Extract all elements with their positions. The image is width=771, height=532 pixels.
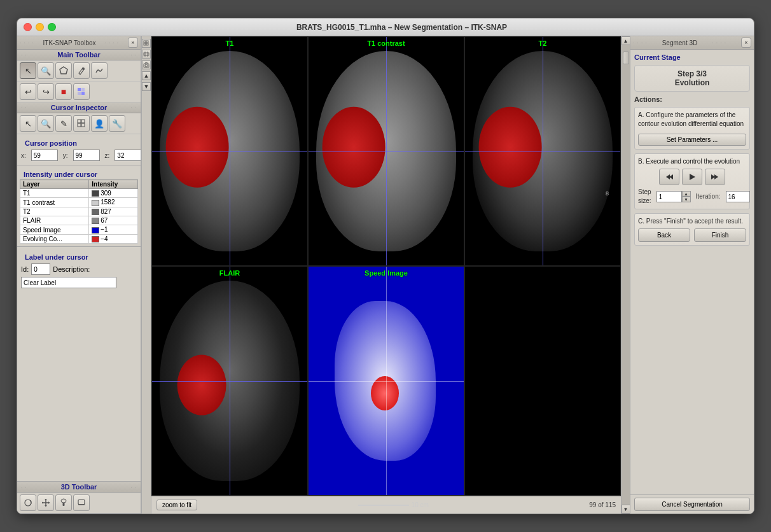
maximize-button[interactable] [48,23,56,31]
snake-tool-button[interactable] [91,62,108,79]
z-label: z: [105,152,110,159]
layer-color-swatch [92,218,99,224]
main-toolbar-tools: ↖ 🔍 [17,60,141,81]
side-scroll-up-button[interactable]: ▲ [142,71,151,80]
cursor-person-button[interactable]: 👤 [91,115,108,132]
right-panel: · · · · Segment 3D · · · · × Current Sta… [630,36,754,514]
label-desc-input[interactable] [21,277,116,288]
segment3d-header: · · · · Segment 3D · · · · × [630,36,754,50]
iteration-input[interactable] [726,191,750,202]
svg-rect-18 [144,43,146,45]
svg-rect-3 [81,88,85,91]
action-c-group: C. Press "Finish" to accept the result. … [634,213,750,246]
cursor-pos-row: x: y: z: [21,150,137,161]
cursor-grid-button[interactable] [73,115,90,132]
set-parameters-button[interactable]: Set Parameters ... [638,134,746,146]
traffic-lights [24,23,56,31]
main-window: BRATS_HG0015_T1.mha – New Segmentation –… [17,18,754,514]
step-size-down-button[interactable]: ▼ [682,197,691,202]
svg-rect-17 [146,41,148,43]
view-flair[interactable]: FLAIR R L [151,266,308,496]
x-input[interactable] [31,150,58,161]
magnify-tool-button[interactable]: 🔍 [38,62,54,79]
red-label-button[interactable]: ■ [55,83,72,100]
crosshair-v-t1 [230,37,230,265]
right-panel-inner: Current Stage Step 3/3 Evolution Actions… [630,50,754,494]
label-section: Label under cursor Id: Description: [17,248,141,291]
main-toolbar-title: Main Toolbar [57,51,101,59]
cursor-pointer-button[interactable]: ↖ [20,115,36,132]
checkerboard-button[interactable] [73,83,90,100]
fast-forward-button[interactable] [705,169,725,185]
segment3d-title: Segment 3D [662,39,698,46]
step-size-input[interactable] [656,191,682,202]
back-button[interactable]: Back [638,228,690,242]
scroll-track[interactable] [622,45,630,505]
grip8: · · · · [712,40,726,46]
paint-tool-button[interactable] [73,62,90,79]
zoom-to-fit-button[interactable]: zoom to fit [156,500,197,510]
center-scrollbar: ▲ ▼ [621,36,630,514]
brain-t2-view [465,37,620,265]
cursor-inspector-title: Cursor Inspector [51,104,108,111]
3d-rotate-button[interactable] [20,494,36,511]
svg-rect-8 [78,123,81,127]
svg-rect-5 [81,92,85,95]
scroll-down-arrow[interactable]: ▼ [622,505,630,514]
close-button[interactable] [24,23,32,31]
side-grid-button[interactable] [142,39,151,48]
3d-brush-button[interactable] [55,494,72,511]
3d-eraser-button[interactable] [73,494,90,511]
rewind-button[interactable] [659,169,679,185]
side-camera-button[interactable] [142,60,151,69]
view-speed[interactable]: Speed Image [308,266,464,496]
view-flair-label: FLAIR [219,269,240,277]
crosshair-v-t1c [386,37,387,265]
toolbox-close-button[interactable]: × [128,38,138,48]
undo-button[interactable]: ↩ [20,83,36,100]
pointer-tool-button[interactable]: ↖ [20,62,36,79]
brain-speed-view [309,267,464,495]
step-size-up-button[interactable]: ▲ [682,191,691,197]
intensity-title: Intensity under cursor [20,168,138,179]
label-desc-label: Description: [53,265,90,273]
view-t2[interactable]: T2 8 [464,36,621,266]
scroll-up-arrow[interactable]: ▲ [622,36,630,45]
grip7: · · · · [633,40,648,46]
cursor-wrench-button[interactable]: 🔧 [109,115,125,132]
col-intensity: Intensity [89,180,138,189]
views-grid[interactable]: T1 T1 contrast [151,36,621,496]
iteration-label: Iteration: [696,192,721,201]
minimize-button[interactable] [36,23,44,31]
redo-button[interactable]: ↪ [38,83,54,100]
cancel-segmentation-button[interactable]: Cancel Segmentation [634,498,750,511]
svg-marker-0 [60,67,67,74]
svg-rect-16 [144,41,146,43]
main-toolbar-header: · · Main Toolbar · · [17,50,141,60]
intensity-value-cell: 1582 [89,198,138,207]
segment3d-close-button[interactable]: × [741,38,751,48]
intensity-layer-cell: T2 [20,207,89,216]
cursor-pencil-button[interactable]: ✎ [55,115,72,132]
cursor-magnify-button[interactable]: 🔍 [38,115,54,132]
side-scroll-down-button[interactable]: ▼ [142,82,151,91]
3d-pan-button[interactable] [38,494,54,511]
z-input[interactable] [115,150,141,161]
toolbar-3d-title: 3D Toolbar [61,483,97,491]
toolbar-3d-tools [17,493,141,514]
view-t1c[interactable]: T1 contrast [308,36,464,266]
side-zoom-button[interactable] [142,50,151,59]
scalebar: 10 cm [358,501,429,508]
tumor-t2-overlay [479,107,542,187]
tumor-t1c-overlay [323,107,386,187]
y-input[interactable] [73,150,100,161]
grip-right: · · · · [104,40,119,46]
scroll-thumb[interactable] [623,52,629,64]
grip3: · · [21,105,27,111]
svg-rect-9 [81,123,85,127]
view-t1[interactable]: T1 [151,36,308,266]
polygon-tool-button[interactable] [55,62,72,79]
finish-button[interactable]: Finish [694,228,746,242]
play-button[interactable] [682,169,702,185]
label-id-input[interactable] [31,263,50,275]
